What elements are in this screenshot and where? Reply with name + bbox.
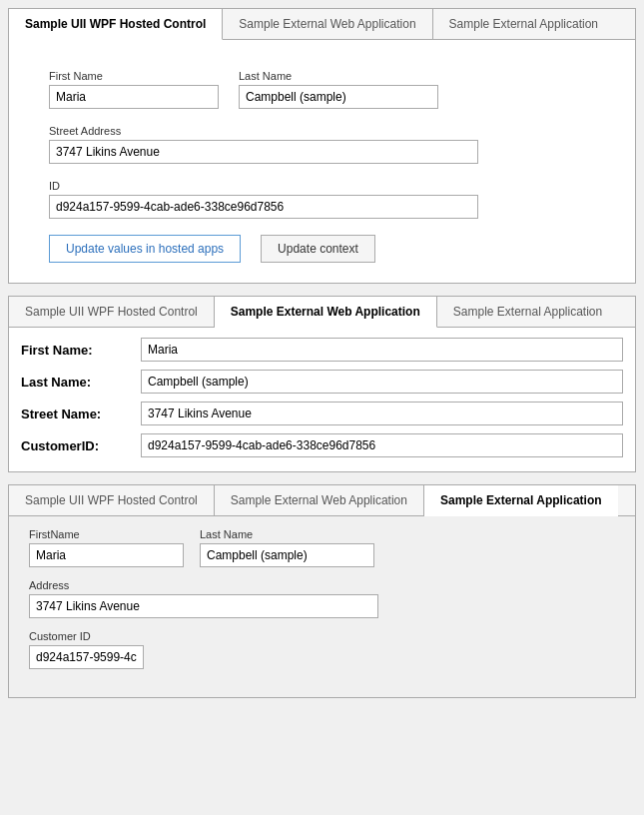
panel-external-application: Sample UII WPF Hosted Control Sample Ext… [8,484,636,698]
panel3-customerid-group: Customer ID [29,630,144,669]
panel1-tab-web[interactable]: Sample External Web Application [223,9,432,39]
panel2-street-label: Street Name: [21,407,141,421]
panel1-firstname-label: First Name [49,70,219,82]
panel3-customerid-row: Customer ID [29,630,615,669]
panel3-lastname-group: Last Name [200,528,374,567]
panel2-lastname-label: Last Name: [21,375,141,390]
panel1-tab-wpf[interactable]: Sample UII WPF Hosted Control [9,9,223,40]
panel1-id-row: ID [49,180,595,219]
panel3-name-row: FirstName Last Name [29,528,615,567]
panel2-firstname-label: First Name: [21,343,141,358]
panel1-id-label: ID [49,180,478,192]
panel2-street-value: 3747 Likins Avenue [141,402,623,425]
panel1-address-input[interactable] [49,140,478,164]
panel2-customerid-row: CustomerID: d924a157-9599-4cab-ade6-338c… [21,431,623,459]
panel3-address-label: Address [29,579,378,591]
panel2-content: First Name: Maria Last Name: Campbell (s… [9,328,635,471]
panel2-lastname-row: Last Name: Campbell (sample) [21,368,623,396]
panel3-tab-bar: Sample UII WPF Hosted Control Sample Ext… [9,485,635,516]
panel2-tab-bar: Sample UII WPF Hosted Control Sample Ext… [9,297,635,328]
panel1-firstname-input[interactable] [49,85,219,109]
panel2-tab-web[interactable]: Sample External Web Application [215,297,437,328]
panel3-firstname-label: FirstName [29,528,184,540]
panel2-customerid-label: CustomerID: [21,438,141,453]
panel-external-web-application: Sample UII WPF Hosted Control Sample Ext… [8,296,636,472]
panel3-tab-web[interactable]: Sample External Web Application [215,485,424,515]
panel1-name-row: First Name Last Name [49,70,595,109]
panel1-firstname-group: First Name [49,70,219,109]
panel2-lastname-value: Campbell (sample) [141,370,623,394]
panel1-content: First Name Last Name Street Address ID U… [9,40,635,283]
panel2-tab-wpf[interactable]: Sample UII WPF Hosted Control [9,297,215,327]
panel2-firstname-value: Maria [141,338,623,362]
panel1-lastname-input[interactable] [239,85,438,109]
panel1-id-input[interactable] [49,195,478,219]
panel3-customerid-label: Customer ID [29,630,144,642]
panel3-tab-wpf[interactable]: Sample UII WPF Hosted Control [9,485,215,515]
panel1-tab-ext[interactable]: Sample External Application [433,9,614,39]
panel3-tab-ext[interactable]: Sample External Application [424,485,618,516]
panel1-address-label: Street Address [49,125,478,137]
panel3-firstname-group: FirstName [29,528,184,567]
panel2-tab-ext[interactable]: Sample External Application [437,297,618,327]
panel3-address-input[interactable] [29,594,378,618]
panel3-lastname-label: Last Name [200,528,374,540]
panel2-customerid-value: d924a157-9599-4cab-ade6-338ce96d7856 [141,433,623,457]
panel3-address-row: Address [29,579,615,618]
panel3-lastname-input[interactable] [200,543,374,567]
panel2-firstname-row: First Name: Maria [21,336,623,364]
panel-wpf-hosted-control: Sample UII WPF Hosted Control Sample Ext… [8,8,636,284]
panel3-content: FirstName Last Name Address Customer ID [9,516,635,697]
panel1-address-row: Street Address [49,125,595,164]
panel1-address-group: Street Address [49,125,478,164]
panel3-firstname-input[interactable] [29,543,184,567]
panel2-street-row: Street Name: 3747 Likins Avenue [21,400,623,427]
panel1-lastname-group: Last Name [239,70,438,109]
panel1-lastname-label: Last Name [239,70,438,82]
panel1-id-group: ID [49,180,478,219]
update-hosted-apps-button[interactable]: Update values in hosted apps [49,235,241,263]
panel3-address-group: Address [29,579,378,618]
update-context-button[interactable]: Update context [261,235,375,263]
panel1-tab-bar: Sample UII WPF Hosted Control Sample Ext… [9,9,635,40]
panel3-customerid-input[interactable] [29,645,144,669]
panel1-button-row: Update values in hosted apps Update cont… [49,235,595,263]
